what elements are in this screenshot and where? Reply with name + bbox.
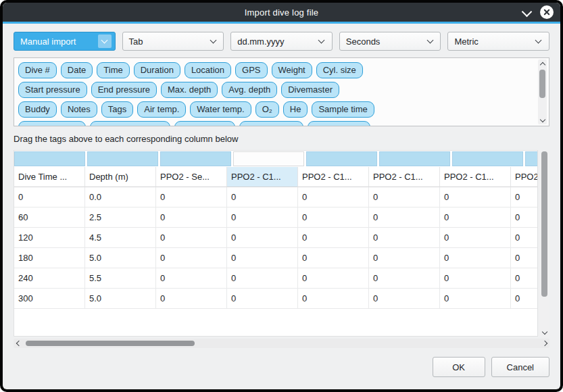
table-cell: 180 — [14, 248, 85, 268]
units-select[interactable]: Metric — [447, 32, 549, 51]
table-cell: 120 — [14, 228, 85, 248]
tag-chip[interactable]: Avg. depth — [222, 82, 277, 98]
table-cell: 0 — [511, 187, 538, 207]
table-cell: 2.5 — [85, 207, 156, 228]
table-cell: 0 — [511, 228, 538, 248]
table-cell: 0 — [298, 289, 369, 309]
field-separator-select[interactable]: Tab — [122, 32, 224, 51]
tag-row: BuddyNotesTagsAir temp.Water temp.O₂HeSa… — [18, 101, 534, 118]
column-drop-cell[interactable] — [14, 151, 85, 166]
tag-scrollbar[interactable] — [538, 59, 547, 124]
scrollbar-thumb[interactable] — [539, 70, 545, 98]
table-vertical-scrollbar[interactable] — [539, 150, 549, 337]
scroll-right-button[interactable] — [541, 339, 549, 347]
close-button[interactable] — [540, 5, 554, 19]
tag-chip[interactable]: Cyl. size — [316, 62, 363, 78]
column-drop-cell[interactable] — [87, 151, 158, 166]
table-header-cell: PPO2 — [511, 167, 538, 187]
table-row: 1204.5000000 — [14, 228, 537, 248]
column-drop-cell[interactable] — [233, 151, 304, 166]
tag-chip[interactable]: Time — [97, 62, 129, 78]
tag-chip[interactable]: Tags — [101, 101, 133, 118]
table-header-cell: PPO2 - C1... — [298, 167, 369, 187]
tag-row: Sample depthSample pressureSample pO₂Sam… — [18, 121, 534, 126]
shade-button[interactable] — [523, 6, 531, 18]
tag-chip[interactable]: End pressure — [91, 82, 157, 98]
column-drop-cell[interactable] — [306, 151, 377, 166]
tag-chip[interactable]: O₂ — [255, 101, 279, 118]
table-row: 00.0000000 — [14, 187, 537, 207]
tag-chip[interactable]: Divemaster — [281, 82, 339, 98]
tag-chip[interactable]: Dive # — [18, 62, 57, 78]
table-cell: 0 — [440, 207, 511, 228]
table-horizontal-scrollbar[interactable] — [14, 339, 549, 348]
import-mode-select[interactable]: Manual import — [14, 32, 116, 51]
tag-row: Dive #DateTimeDurationLocationGPSWeightC… — [18, 62, 534, 78]
tag-chip[interactable]: Sample CNS — [239, 121, 303, 126]
tag-chip[interactable]: GPS — [235, 62, 267, 78]
table-cell: 0 — [440, 268, 511, 289]
column-drop-cell[interactable] — [160, 151, 231, 166]
table-header-cell: PPO2 - C1... — [440, 167, 511, 187]
table-cell: 0 — [227, 248, 298, 268]
time-format-select[interactable]: Seconds — [339, 32, 441, 51]
chevron-up-icon — [539, 62, 545, 68]
tag-chip[interactable]: Sample time — [312, 101, 374, 118]
table-cell: 0 — [369, 187, 440, 207]
table-header-cell: PPO2 - C1... — [369, 167, 440, 187]
titlebar[interactable]: Import dive log file — [3, 3, 560, 22]
date-format-value: dd.mm.yyyy — [237, 36, 284, 47]
ok-button[interactable]: OK — [433, 357, 485, 377]
table-cell: 5.0 — [85, 248, 156, 268]
chevron-down-icon — [541, 328, 547, 334]
tag-chip[interactable]: Date — [61, 62, 93, 78]
chevron-down-icon — [522, 7, 533, 18]
window-title: Import dive log file — [245, 7, 319, 18]
tag-chip[interactable]: Sample depth — [18, 121, 86, 126]
scrollbar-thumb[interactable] — [541, 151, 547, 297]
table-header-cell: Depth (m) — [85, 167, 156, 187]
table-cell: 0 — [156, 207, 227, 228]
tag-chip[interactable]: Location — [185, 62, 231, 78]
table-cell: 0 — [511, 207, 538, 228]
scroll-left-button[interactable] — [14, 339, 22, 347]
chevron-down-icon — [206, 34, 220, 48]
tag-chip[interactable]: Sample NDL — [308, 121, 371, 126]
scroll-down-button[interactable] — [538, 116, 547, 124]
cancel-button[interactable]: Cancel — [491, 357, 549, 377]
table-cell: 0 — [14, 187, 85, 207]
window-controls — [523, 3, 554, 22]
tag-chip[interactable]: He — [283, 101, 308, 118]
table-cell: 0 — [440, 289, 511, 309]
chevron-down-icon — [532, 34, 545, 48]
tag-chip[interactable]: Start pressure — [18, 82, 87, 98]
tag-chip[interactable]: Notes — [61, 101, 97, 118]
chevron-right-icon — [541, 340, 547, 345]
table-cell: 0 — [440, 248, 511, 268]
scroll-up-button[interactable] — [538, 59, 547, 68]
scrollbar-thumb[interactable] — [26, 341, 195, 346]
tag-chip[interactable]: Buddy — [18, 101, 57, 118]
instruction-text: Drag the tags above to each correspondin… — [14, 134, 549, 144]
tag-palette: Dive #DateTimeDurationLocationGPSWeightC… — [14, 57, 549, 126]
scroll-down-button[interactable] — [540, 328, 549, 337]
date-format-select[interactable]: dd.mm.yyyy — [230, 32, 333, 51]
table-cell: 0 — [440, 187, 511, 207]
tag-chip[interactable]: Max. depth — [161, 82, 218, 98]
dialog-content: Manual import Tab dd.mm.yyyy Seconds Met… — [3, 24, 560, 389]
tag-chip[interactable]: Water temp. — [190, 101, 251, 118]
tag-chip[interactable]: Weight — [272, 62, 312, 78]
tag-chip[interactable]: Air temp. — [137, 101, 186, 118]
tag-chip[interactable]: Sample pressure — [90, 121, 170, 126]
tag-chip[interactable]: Sample pO₂ — [174, 121, 235, 126]
column-drop-cell[interactable] — [452, 151, 523, 166]
chevron-down-icon — [539, 116, 545, 122]
table-body: 00.0000000602.50000001204.50000001805.00… — [14, 187, 537, 309]
table-cell: 0 — [227, 289, 298, 309]
tag-chip[interactable]: Duration — [134, 62, 180, 78]
column-drop-cell[interactable] — [379, 151, 450, 166]
table-cell: 0 — [440, 228, 511, 248]
table-cell: 0 — [511, 289, 538, 309]
table-cell: 300 — [14, 289, 85, 309]
column-drop-cell[interactable] — [525, 151, 538, 166]
